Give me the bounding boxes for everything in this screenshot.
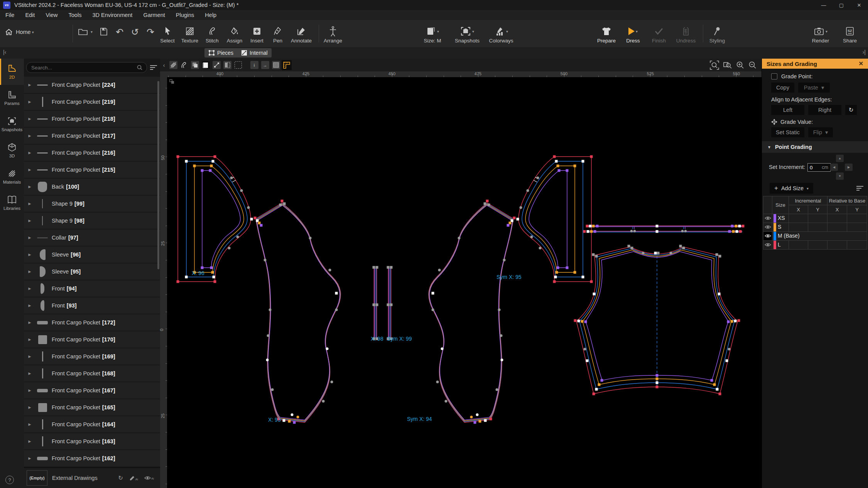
caret-right-icon[interactable]: ▶: [24, 338, 35, 341]
expand-right-panel-icon[interactable]: ›|: [863, 49, 866, 55]
piece-row[interactable]: ▶Front Cargo Pocket[168]: [24, 365, 160, 382]
maximize-button[interactable]: ▢: [833, 0, 850, 10]
piece-row[interactable]: ▶Sleeve[96]: [24, 247, 160, 263]
help-button[interactable]: ?: [5, 476, 14, 484]
caret-right-icon[interactable]: ▶: [24, 405, 35, 409]
stitch-tool-button[interactable]: Stitch: [201, 25, 223, 44]
menu-edit[interactable]: Edit: [20, 12, 40, 18]
grade-point-checkbox[interactable]: [771, 73, 777, 79]
tab-internal[interactable]: Internal: [239, 50, 270, 56]
caret-right-icon[interactable]: ▶: [24, 185, 35, 189]
arrange-tool-button[interactable]: Arrange: [321, 25, 345, 44]
insert-tool-button[interactable]: Insert: [246, 25, 268, 44]
caret-right-icon[interactable]: ▶: [24, 456, 35, 460]
caret-right-icon[interactable]: ▶: [24, 202, 35, 206]
piece-front-yoke-left[interactable]: [177, 155, 253, 283]
ruler-tool-icon[interactable]: [281, 61, 292, 70]
snapshots-button[interactable]: ▾ Snapshots: [451, 25, 484, 44]
rail-item-2d[interactable]: 2D: [0, 59, 24, 85]
zoom-out-icon[interactable]: [748, 61, 757, 70]
caret-right-icon[interactable]: ▶: [24, 253, 35, 257]
rail-item-libraries[interactable]: Libraries: [0, 190, 24, 216]
pieces-fill-icon[interactable]: [200, 61, 211, 70]
piece-front-yoke-right[interactable]: [517, 155, 593, 283]
undo-button[interactable]: ↶: [116, 27, 123, 37]
caret-right-icon[interactable]: ▶: [24, 439, 35, 443]
visibility-eye-icon[interactable]: [763, 232, 772, 241]
piece-row[interactable]: ▶Front Cargo Pocket[170]: [24, 331, 160, 348]
tab-pieces[interactable]: Pieces: [206, 50, 236, 56]
menu-tools[interactable]: Tools: [63, 12, 87, 18]
piece-row[interactable]: ▶Front Cargo Pocket[163]: [24, 433, 160, 449]
zoom-in-icon[interactable]: [736, 61, 745, 70]
search-input[interactable]: [26, 62, 147, 73]
collapse-left-panel-icon[interactable]: |‹: [3, 49, 6, 55]
piece-front-panel-left[interactable]: [254, 200, 341, 424]
align-reset-button[interactable]: ↻: [845, 105, 857, 115]
point-grading-section-header[interactable]: ▼ Point Grading: [762, 141, 868, 153]
select-tool-button[interactable]: Select: [156, 25, 179, 44]
caret-right-icon[interactable]: ▶: [24, 287, 35, 290]
texture-view-icon[interactable]: [168, 61, 179, 70]
collapse-toolbar-icon[interactable]: ‹: [160, 61, 168, 70]
menu-help[interactable]: Help: [199, 12, 222, 18]
piece-row[interactable]: ▶Front Cargo Pocket[218]: [24, 111, 160, 127]
caret-right-icon[interactable]: ▶: [24, 151, 35, 155]
visibility-ai-icon[interactable]: Ai: [144, 476, 154, 480]
piece-row[interactable]: ▶Front Cargo Pocket[169]: [24, 348, 160, 365]
colorways-button[interactable]: ▾ Colorways: [485, 25, 518, 44]
info-icon[interactable]: i: [249, 61, 260, 70]
list-filter-icon[interactable]: [150, 65, 157, 70]
menu-garment[interactable]: Garment: [138, 12, 170, 18]
grade-label-x98[interactable]: X: 98: [371, 336, 383, 342]
external-drawings-row[interactable]: (Empty) External Drawings ↻ Ai Ai: [24, 468, 160, 488]
rail-item-snapshots[interactable]: Snapshots: [0, 111, 24, 137]
piece-row[interactable]: ▶Shape 9[98]: [24, 213, 160, 229]
panel-close-icon[interactable]: ✕: [858, 60, 863, 67]
history-button[interactable]: ↺: [131, 27, 139, 37]
zoom-selection-icon[interactable]: [709, 60, 719, 70]
piece-back-bodice[interactable]: [574, 245, 740, 395]
piece-front-panel-right[interactable]: [429, 200, 516, 424]
rail-item-params[interactable]: Params: [0, 85, 24, 111]
grade-label-x93[interactable]: X: 93: [268, 417, 281, 423]
menu-file[interactable]: File: [0, 12, 20, 18]
size-list-options-icon[interactable]: [856, 186, 863, 191]
caret-right-icon[interactable]: ▶: [24, 355, 35, 358]
piece-row[interactable]: ▶Front Cargo Pocket[162]: [24, 450, 160, 466]
stitch-segment-icon[interactable]: [211, 61, 222, 70]
increment-input[interactable]: 0 cm: [807, 163, 831, 172]
caret-right-icon[interactable]: ▶: [24, 270, 35, 274]
align-left-button[interactable]: Left: [771, 105, 804, 115]
size-selector[interactable]: ▾ Size: M: [416, 25, 449, 44]
piece-row[interactable]: ▶Front Cargo Pocket[167]: [24, 382, 160, 399]
pen-tool-button[interactable]: Pen: [268, 25, 287, 44]
copy-button[interactable]: Copy: [771, 83, 794, 93]
piece-row[interactable]: ▶Front Cargo Pocket[224]: [24, 77, 160, 93]
pieces-scrollbar[interactable]: [157, 81, 159, 269]
nudge-down-button[interactable]: ▼: [836, 172, 844, 180]
close-button[interactable]: ✕: [850, 0, 868, 10]
assign-tool-button[interactable]: Assign: [223, 25, 246, 44]
piece-row[interactable]: ▶Front Cargo Pocket[165]: [24, 399, 160, 415]
piece-row[interactable]: ▶Front Cargo Pocket[219]: [24, 94, 160, 110]
caret-right-icon[interactable]: ▶: [24, 168, 35, 172]
piece-row[interactable]: ▶Front[93]: [24, 297, 160, 314]
caret-right-icon[interactable]: ▶: [24, 134, 35, 138]
set-static-button[interactable]: Set Static: [771, 127, 804, 137]
size-row-s[interactable]: S: [763, 223, 867, 232]
canvas-2d[interactable]: ‹ i → 400 425 450 475 500: [160, 59, 762, 488]
half-piece-icon[interactable]: [222, 61, 233, 70]
redo-button[interactable]: ↷: [147, 27, 154, 37]
dress-button[interactable]: ▾ Dress: [620, 25, 646, 44]
size-row-l[interactable]: L: [763, 241, 867, 250]
piece-waistband[interactable]: [583, 225, 745, 233]
add-size-button[interactable]: + Add Size ▾: [770, 183, 813, 194]
pieces-overlap-icon[interactable]: [189, 61, 200, 70]
grade-label-symx99[interactable]: Sym X: 99: [387, 336, 412, 342]
caret-right-icon[interactable]: ▶: [24, 321, 35, 324]
size-row-m-base[interactable]: M (Base): [763, 232, 867, 241]
rail-item-3d[interactable]: 3D: [0, 137, 24, 164]
grade-label-symx94[interactable]: Sym X: 94: [407, 416, 432, 422]
nudge-left-button[interactable]: ◀: [830, 164, 838, 171]
